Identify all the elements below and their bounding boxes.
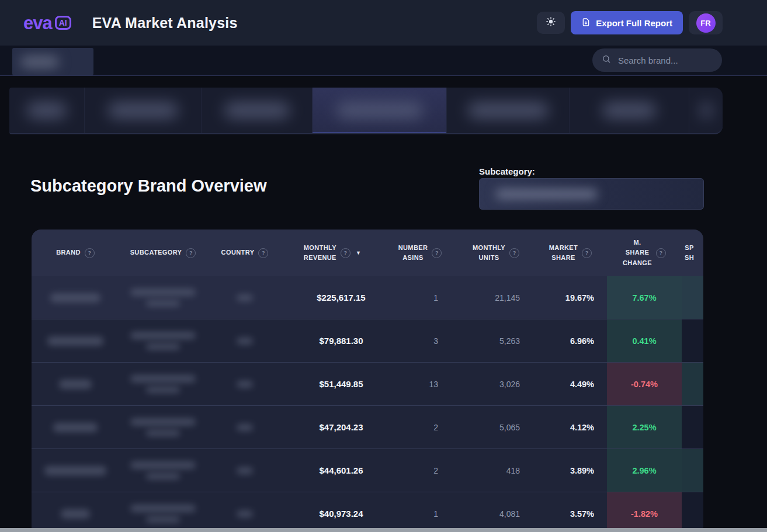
column-label: M. SHARE CHANGE <box>623 238 652 267</box>
column-label: MARKET SHARE <box>549 243 578 263</box>
column-label: SP SH <box>685 243 694 263</box>
redacted-text <box>44 466 106 475</box>
redacted-text <box>130 418 196 426</box>
redacted-text <box>237 510 253 517</box>
export-report-button[interactable]: Export Full Report <box>571 11 683 34</box>
table-row[interactable]: $44,601.2624183.89%2.96% <box>32 448 703 492</box>
cell-market-share: 4.49% <box>534 363 607 405</box>
cell-m-share-change: 0.41% <box>607 319 682 362</box>
cell-number-asins: 2 <box>382 449 458 492</box>
brand-search <box>592 48 722 72</box>
avatar: FR <box>696 13 716 33</box>
cell-m-share-change: 7.67% <box>607 276 682 319</box>
tab-2[interactable] <box>84 88 201 133</box>
theme-toggle-button[interactable] <box>537 12 565 34</box>
cell-next-column-partial <box>682 449 703 492</box>
sort-desc-icon: ▼ <box>356 250 361 256</box>
column-header-monthly-units[interactable]: MONTHLY UNITS? <box>458 230 534 276</box>
cell-country <box>207 449 283 492</box>
table-row[interactable]: $47,204.2325,0654.12%2.25% <box>32 405 703 448</box>
cell-m-share-change: 2.96% <box>607 449 682 492</box>
redacted-text <box>47 336 103 346</box>
column-label: BRAND <box>56 248 81 258</box>
column-header-market-share[interactable]: MARKET SHARE? <box>534 230 607 276</box>
tab-bar <box>9 88 723 134</box>
cell-monthly-units: 3,026 <box>458 363 534 405</box>
column-header-sp-sh[interactable]: SP SH <box>682 230 703 276</box>
table-row[interactable]: $51,449.85133,0264.49%-0.74% <box>32 362 703 405</box>
column-label: SUBCATEGORY <box>130 248 182 258</box>
table-row[interactable]: $40,973.2414,0813.57%-1.82% <box>32 492 703 532</box>
help-icon[interactable]: ? <box>432 248 442 258</box>
cell-m-share-change: 2.25% <box>607 406 682 448</box>
tab-6[interactable] <box>569 88 689 133</box>
column-label: MONTHLY UNITS <box>473 243 505 263</box>
column-header-monthly-revenue[interactable]: MONTHLY REVENUE?▼ <box>283 230 382 276</box>
redacted-text <box>130 375 196 383</box>
tab-3[interactable] <box>201 88 312 133</box>
cell-monthly-units: 21,145 <box>458 276 534 319</box>
table-row[interactable]: $225,617.15121,14519.67%7.67% <box>32 276 703 319</box>
help-icon[interactable]: ? <box>656 248 666 258</box>
help-icon[interactable]: ? <box>186 248 196 258</box>
redacted-text <box>146 343 180 350</box>
cell-country <box>207 319 283 362</box>
column-header-number-asins[interactable]: NUMBER ASINS? <box>382 230 458 276</box>
cell-number-asins: 13 <box>382 363 458 405</box>
cell-next-column-partial <box>682 406 703 448</box>
subcategory-select[interactable] <box>479 178 704 210</box>
column-header-subcategory[interactable]: SUBCATEGORY? <box>119 230 207 276</box>
subcategory-filter-label: Subcategory: <box>479 166 535 176</box>
redacted-text <box>146 516 180 523</box>
eva-logo[interactable]: eva AI <box>23 14 71 32</box>
column-header-country[interactable]: COUNTRY? <box>207 230 283 276</box>
cell-monthly-revenue: $40,973.24 <box>283 492 382 532</box>
help-icon[interactable]: ? <box>582 248 592 258</box>
cell-country <box>207 276 283 319</box>
cell-market-share: 3.89% <box>534 449 607 492</box>
redacted-tab-label <box>701 103 712 118</box>
cell-monthly-units: 5,263 <box>458 319 534 362</box>
table-row[interactable]: $79,881.3035,2636.96%0.41% <box>32 319 703 362</box>
tab-4-active[interactable] <box>312 88 446 133</box>
redacted-text <box>130 332 196 339</box>
column-header-m-share-change[interactable]: M. SHARE CHANGE? <box>607 230 682 276</box>
file-download-icon <box>581 18 591 29</box>
cell-market-share: 4.12% <box>534 406 607 448</box>
horizontal-scrollbar[interactable] <box>0 528 767 532</box>
export-button-label: Export Full Report <box>596 18 672 28</box>
redacted-text <box>146 300 180 307</box>
user-menu[interactable]: FR <box>689 11 723 34</box>
cell-brand <box>32 406 119 448</box>
redacted-text <box>146 473 180 479</box>
redacted-text <box>53 423 98 432</box>
redacted-tab-label <box>336 103 423 118</box>
column-header-brand[interactable]: BRAND? <box>32 230 119 276</box>
redacted-text <box>61 509 90 519</box>
help-icon[interactable]: ? <box>85 248 95 258</box>
redacted-text <box>237 294 253 301</box>
redacted-text <box>237 467 253 474</box>
tab-1[interactable] <box>9 88 84 133</box>
redacted-text <box>20 56 59 68</box>
tab-5[interactable] <box>446 88 569 133</box>
redacted-tab-label <box>27 103 67 118</box>
tab-7[interactable] <box>689 88 723 133</box>
help-icon[interactable]: ? <box>341 248 350 258</box>
help-icon[interactable]: ? <box>258 248 268 258</box>
cell-subcategory <box>119 406 207 448</box>
cell-number-asins: 1 <box>382 492 458 532</box>
redacted-tab-label <box>224 103 290 118</box>
search-input[interactable] <box>617 55 713 66</box>
cell-monthly-units: 418 <box>458 449 534 492</box>
cell-monthly-revenue: $225,617.15 <box>283 276 382 319</box>
column-label: MONTHLY REVENUE <box>304 243 336 263</box>
secondary-toolbar <box>0 46 767 76</box>
page-title: EVA Market Analysis <box>92 15 238 32</box>
redacted-tab-label <box>468 103 549 118</box>
cell-market-share: 19.67% <box>534 276 607 319</box>
redacted-nav-button[interactable] <box>12 48 93 75</box>
cell-subcategory <box>119 319 207 362</box>
redacted-text <box>146 430 180 436</box>
help-icon[interactable]: ? <box>509 248 519 258</box>
